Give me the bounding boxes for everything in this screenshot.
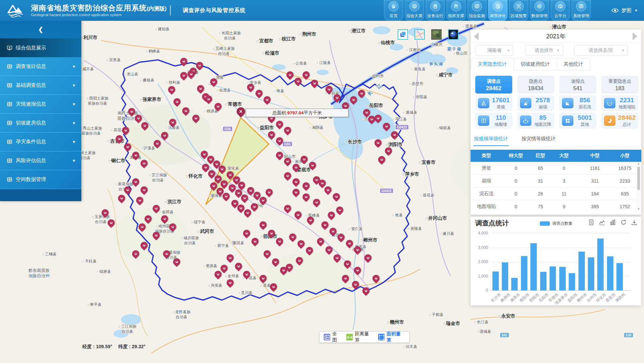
bar-衡阳市[interactable] — [521, 256, 527, 290]
refresh-icon[interactable] — [620, 219, 627, 225]
menu-board-icon — [7, 45, 12, 51]
point-card-4[interactable]: 重要隐患点183 — [601, 76, 638, 94]
nav-tab-8[interactable]: 数据管理 — [530, 0, 549, 21]
app-title: 湖南省地质灾害防治综合应用系统 — [31, 4, 147, 12]
point-card-2[interactable]: 隐患点18434 — [517, 76, 554, 94]
bar-株洲市[interactable] — [502, 262, 508, 290]
sidebar-item-2[interactable]: 调查项目信息▼ — [0, 57, 81, 76]
nav-tab-7[interactable]: 区域预警 — [509, 0, 528, 21]
street-map-thumb[interactable] — [414, 29, 425, 40]
table-cell: 0 — [551, 166, 577, 171]
county-select[interactable]: 请选择县/区▼ — [574, 45, 628, 56]
app-version-tag: (内测版) — [147, 6, 167, 12]
menu-grid-icon — [7, 139, 12, 145]
point-card-1[interactable]: 调查点28462 — [475, 76, 512, 94]
bar-张家界市[interactable] — [559, 267, 566, 290]
bar-湘西州[interactable] — [616, 263, 623, 290]
sidebar-item-8[interactable]: 空间数据管理 — [0, 170, 81, 189]
sidebar-item-7[interactable]: 风险评估信息▼ — [0, 151, 81, 170]
x-axis-label: 益阳市 — [566, 292, 578, 303]
year-prev-button[interactable] — [474, 32, 479, 40]
table-header-row: 类型特大型巨型大型中型小型 — [471, 150, 641, 162]
business-icon — [433, 4, 438, 9]
bar-常德市[interactable] — [550, 266, 556, 290]
nav-tab-10[interactable]: 系统管理 — [571, 0, 591, 21]
sidebar-item-1[interactable]: 综合信息展示 — [0, 38, 81, 57]
province-select[interactable]: 湖南省▼ — [476, 45, 513, 56]
cloud-icon — [555, 1, 565, 11]
bar-娄底市[interactable] — [607, 256, 613, 290]
chevron-down-icon: ▼ — [72, 158, 76, 163]
map-tool-2[interactable]: 距离量算 — [346, 331, 373, 343]
layers-icon[interactable] — [398, 29, 408, 40]
menu-grid-icon — [7, 82, 12, 88]
table-cell: 9 — [551, 204, 577, 209]
chevron-down-icon: ▼ — [634, 8, 638, 12]
sidebar-item-3[interactable]: 基础调查信息▼ — [0, 76, 81, 95]
sidebar-item-5[interactable]: 切坡建房信息▼ — [0, 114, 81, 133]
sidebar-collapse-button[interactable]: ❮ — [0, 21, 81, 38]
scroll-up-icon[interactable]: ▲ — [637, 162, 641, 166]
menu-grid-icon — [7, 64, 12, 69]
bar-湘潭市[interactable] — [511, 278, 518, 290]
bar-益阳市[interactable] — [569, 273, 575, 290]
year-next-button[interactable] — [633, 32, 637, 40]
table-column-header: 特大型 — [502, 153, 530, 159]
map-tool-3[interactable]: 面积量算 — [378, 331, 405, 343]
menu-grid-icon — [7, 101, 12, 107]
chart-legend[interactable]: 调查点数量 — [540, 221, 572, 226]
bar-岳阳市[interactable] — [540, 272, 547, 290]
region-filters: 湖南省▼ 请选择市▼ 请选择县/区▼ — [471, 43, 641, 58]
system-icon — [578, 4, 584, 9]
nav-tab-2[interactable]: 综合大屏 — [405, 0, 424, 21]
bar-郴州市[interactable] — [578, 252, 585, 290]
ground-collapse-icon — [607, 100, 613, 106]
chart-panel: 调查点统计 调查点数量 4,0003,0002,0001,0000长沙市株洲市湘… — [471, 217, 641, 305]
user-menu[interactable]: 梦图 ▼ — [611, 0, 638, 21]
stats-tab-1[interactable]: 灾害隐患统计 — [471, 58, 514, 70]
x-axis-label: 株洲市 — [499, 292, 512, 303]
table-cell: 184 — [577, 191, 613, 196]
bigscreen-icon — [412, 4, 417, 9]
nav-tab-9[interactable]: 云平台 — [551, 0, 570, 21]
stat-tile-滑坡: 17601滑坡 — [475, 95, 512, 111]
city-select[interactable]: 请选择市▼ — [525, 45, 563, 56]
stats-tab-3[interactable]: 其他统计 — [557, 58, 590, 70]
data-view-icon[interactable] — [588, 219, 594, 225]
sidebar-item-4[interactable]: 灾情速报信息▼ — [0, 95, 81, 114]
line-chart-icon[interactable] — [599, 219, 605, 225]
globe-thumb[interactable] — [448, 29, 458, 40]
nav-tab-4[interactable]: 指挥支撑 — [446, 0, 466, 21]
rockfall-icon — [520, 98, 531, 108]
table-subtab-1[interactable]: 按规模等级统计 — [473, 133, 509, 146]
map-tool-1[interactable]: 全图 — [324, 331, 341, 343]
bar-怀化市[interactable] — [597, 239, 604, 290]
system-icon — [576, 1, 586, 11]
scrollbar-thumb[interactable] — [637, 167, 640, 190]
table-scrollbar[interactable]: ▲ ▼ — [637, 162, 641, 211]
table-cell: 75 — [530, 204, 551, 209]
download-icon[interactable] — [631, 219, 637, 225]
scroll-down-icon[interactable]: ▼ — [637, 207, 641, 211]
app-titles: 湖南省地质灾害防治综合应用系统 (内测版) Geological hazard … — [31, 4, 167, 17]
nav-tab-6[interactable]: 调查评价 — [488, 0, 508, 21]
sidebar: ❮ 综合信息展示调查项目信息▼基础调查信息▼灾情速报信息▼切坡建房信息▼孕灾条件… — [0, 21, 81, 201]
nav-tab-3[interactable]: 业务运行 — [426, 0, 445, 21]
bar-长沙市[interactable] — [492, 271, 499, 290]
stats-tab-2[interactable]: 切坡建房统计 — [514, 58, 557, 70]
latitude-readout: 纬度 : 29.32° — [118, 344, 146, 349]
satellite-thumb[interactable] — [431, 29, 442, 40]
bar-chart-icon[interactable] — [610, 219, 616, 225]
menu-grid-icon — [7, 120, 12, 126]
nav-tab-5[interactable]: 综合监测 — [467, 0, 487, 21]
table-subtab-2[interactable]: 按灾情等级统计 — [521, 133, 557, 146]
bar-邵阳市[interactable] — [530, 243, 537, 290]
legend-swatch — [540, 221, 550, 226]
y-axis-tick: 1,000 — [473, 274, 488, 279]
bar-永州市[interactable] — [588, 257, 594, 290]
point-card-3[interactable]: 速报点541 — [559, 76, 596, 94]
chevron-down-icon: ▼ — [72, 140, 76, 144]
x-axis-label: 郴州市 — [576, 292, 588, 303]
nav-tab-1[interactable]: 首页 — [384, 0, 403, 21]
sidebar-item-6[interactable]: 孕灾条件信息▼ — [0, 133, 81, 151]
